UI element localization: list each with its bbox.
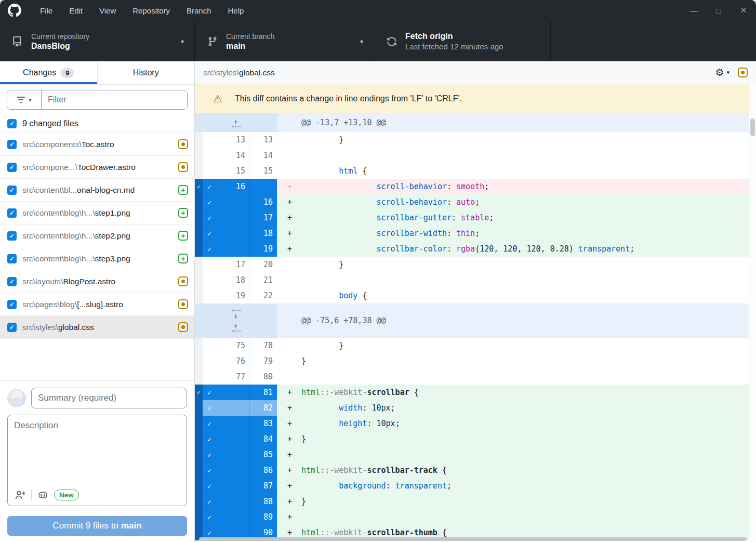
line-gutter-new[interactable]: 19 <box>250 241 277 257</box>
file-row[interactable]: ✓src\content\bl...onal-blog-cn.md+ <box>0 179 194 202</box>
line-gutter-old[interactable]: ✓ <box>203 494 250 509</box>
commit-description-input[interactable] <box>8 415 187 477</box>
select-all-checkbox[interactable]: ✓ <box>7 119 17 128</box>
menu-help[interactable]: Help <box>220 4 253 18</box>
file-checkbox[interactable]: ✓ <box>7 254 17 263</box>
line-gutter-new[interactable] <box>250 179 277 194</box>
modified-icon <box>178 299 188 309</box>
menu-view[interactable]: View <box>91 4 124 18</box>
filter-options-button[interactable]: ▾ <box>7 90 42 109</box>
file-checkbox[interactable]: ✓ <box>7 300 17 309</box>
file-checkbox[interactable]: ✓ <box>7 277 17 286</box>
line-gutter-old[interactable]: ✓ <box>203 509 250 525</box>
line-gutter-old[interactable]: ✓ <box>203 462 250 478</box>
tab-changes[interactable]: Changes 9 <box>0 61 98 84</box>
hunk-select-strip[interactable] <box>195 210 203 226</box>
diff-line-row: ✓✓16- scroll-behavior: smooth; <box>195 179 749 194</box>
code-token: { <box>357 166 367 176</box>
line-gutter-new[interactable]: 86 <box>250 462 277 478</box>
line-gutter-old[interactable]: ✓ <box>203 416 250 431</box>
file-name: step1.png <box>95 208 130 217</box>
line-gutter-old[interactable]: ✓ <box>203 447 250 462</box>
file-row[interactable]: ✓src\styles\global.css <box>0 316 194 339</box>
hunk-select-strip[interactable] <box>195 509 203 525</box>
hunk-select-strip[interactable] <box>195 447 203 462</box>
code-token <box>301 403 339 413</box>
line-gutter-new[interactable]: 16 <box>250 194 277 210</box>
line-gutter-old[interactable]: ✓ <box>203 431 250 447</box>
line-gutter-new[interactable]: 87 <box>250 478 277 494</box>
current-branch-button[interactable]: Current branch main ▾ <box>195 21 374 61</box>
file-checkbox[interactable]: ✓ <box>7 140 17 149</box>
line-gutter-new[interactable]: 83 <box>250 416 277 431</box>
file-checkbox[interactable]: ✓ <box>7 186 17 195</box>
line-gutter-old[interactable]: ✓16 <box>203 179 250 194</box>
line-gutter-new[interactable]: 82 <box>250 400 277 416</box>
line-gutter-old[interactable]: ✓ <box>203 400 250 416</box>
file-row[interactable]: ✓src\compone...\TocDrawer.astro <box>0 156 194 179</box>
expand-up-button[interactable]: ↑ <box>232 118 241 127</box>
commit-button[interactable]: Commit 9 files to main <box>7 516 187 536</box>
line-gutter-new[interactable]: 88 <box>250 494 277 509</box>
file-row[interactable]: ✓src\content\blog\h...\step3.png+ <box>0 247 194 270</box>
hunk-select-strip[interactable] <box>195 226 203 241</box>
code-token: scrollbar-gutter <box>377 213 452 222</box>
current-repository-button[interactable]: Current repository DansBlog ▾ <box>0 21 195 61</box>
file-checkbox[interactable]: ✓ <box>7 208 17 218</box>
line-gutter-old[interactable]: ✓ <box>203 241 250 257</box>
file-row[interactable]: ✓src\pages\blog\[...slug].astro <box>0 293 194 316</box>
file-row[interactable]: ✓src\layouts\BlogPost.astro <box>0 270 194 293</box>
diff-options-button[interactable]: ⚙ ▾ <box>715 68 730 77</box>
line-gutter-old[interactable]: ✓ <box>203 478 250 494</box>
line-gutter-new[interactable]: 81 <box>250 385 277 400</box>
expand-up-button[interactable]: ↑ <box>232 323 241 332</box>
tab-history[interactable]: History <box>98 61 195 84</box>
vertical-scrollbar-thumb[interactable] <box>750 118 755 136</box>
hunk-select-strip[interactable]: ✓ <box>195 179 203 194</box>
code-token <box>301 182 377 191</box>
file-checkbox[interactable]: ✓ <box>7 163 17 172</box>
file-row[interactable]: ✓src\content\blog\h...\step1.png+ <box>0 202 194 224</box>
hunk-select-strip[interactable] <box>195 431 203 447</box>
horizontal-scrollbar-thumb[interactable] <box>199 537 747 541</box>
menu-repository[interactable]: Repository <box>124 4 178 18</box>
line-gutter-new[interactable]: 18 <box>250 226 277 241</box>
commit-summary-input[interactable] <box>31 388 187 408</box>
copilot-icon[interactable] <box>37 490 48 500</box>
expand-down-button[interactable]: ↓ <box>232 310 241 319</box>
line-gutter-new[interactable]: 85 <box>250 447 277 462</box>
hunk-select-strip[interactable] <box>195 241 203 257</box>
hunk-select-strip[interactable] <box>195 194 203 210</box>
commit-panel: New Commit 9 files to main <box>0 380 194 542</box>
line-gutter-old[interactable]: ✓ <box>203 210 250 226</box>
minimize-button[interactable]: — <box>681 0 706 21</box>
filter-input[interactable] <box>42 90 187 109</box>
maximize-button[interactable]: □ <box>706 0 731 21</box>
line-gutter-old[interactable]: ✓ <box>203 226 250 241</box>
fetch-origin-button[interactable]: Fetch origin Last fetched 12 minutes ago <box>374 21 551 61</box>
add-coauthor-icon[interactable] <box>15 490 25 500</box>
line-gutter-old[interactable]: ✓ <box>203 385 250 400</box>
code-token: html <box>301 466 320 475</box>
line-gutter-new[interactable]: 17 <box>250 210 277 226</box>
menu-edit[interactable]: Edit <box>61 4 91 18</box>
file-row[interactable]: ✓src\components\Toc.astro <box>0 133 194 156</box>
menu-branch[interactable]: Branch <box>178 4 220 18</box>
menu-file[interactable]: File <box>32 4 61 18</box>
hunk-select-strip[interactable] <box>195 416 203 431</box>
hunk-select-strip[interactable] <box>195 494 203 509</box>
file-checkbox[interactable]: ✓ <box>7 231 17 241</box>
file-row[interactable]: ✓src\content\blog\h...\step2.png+ <box>0 224 194 247</box>
hunk-select-strip[interactable] <box>195 462 203 478</box>
line-gutter-new[interactable]: 89 <box>250 509 277 525</box>
line-gutter-old[interactable]: ✓ <box>203 194 250 210</box>
file-checkbox[interactable]: ✓ <box>7 323 17 332</box>
hunk-select-strip[interactable] <box>195 478 203 494</box>
close-button[interactable]: ✕ <box>731 0 756 21</box>
line-gutter-new[interactable]: 84 <box>250 431 277 447</box>
hunk-select-strip[interactable]: ✓ <box>195 385 203 400</box>
file-name: TocDrawer.astro <box>77 163 136 171</box>
code-line: + scrollbar-gutter: stable; <box>277 210 749 226</box>
hunk-select-strip[interactable] <box>195 400 203 416</box>
sidebar-tabs: Changes 9 History <box>0 61 194 85</box>
